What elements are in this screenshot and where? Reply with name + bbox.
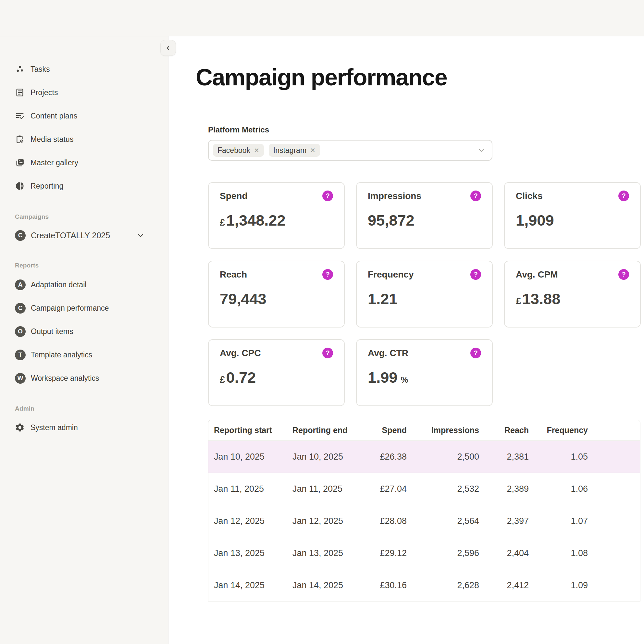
- table-column-header[interactable]: Reach: [479, 426, 529, 435]
- table-cell: £28.08: [362, 516, 407, 526]
- table-cell: £29.12: [362, 548, 407, 558]
- table-row[interactable]: Jan 10, 2025 Jan 10, 2025 £26.38 2,500 2…: [208, 441, 640, 473]
- metric-value-number: 79,443: [220, 290, 266, 308]
- table-row[interactable]: Jan 12, 2025 Jan 12, 2025 £28.08 2,564 2…: [208, 505, 640, 537]
- help-icon[interactable]: ?: [322, 269, 333, 280]
- table-cell: £27.04: [362, 484, 407, 494]
- metric-card-label: Reach: [220, 269, 247, 280]
- table-cell: Jan 10, 2025: [208, 452, 287, 462]
- sidebar-item-label: Media status: [31, 135, 74, 144]
- metric-card: Avg. CPM ? £ 13.88: [504, 261, 641, 328]
- metric-card-label: Avg. CTR: [368, 348, 408, 358]
- sidebar-item-label: Content plans: [31, 112, 78, 120]
- reporting-icon: [15, 181, 25, 191]
- table-cell: Jan 14, 2025: [287, 580, 362, 590]
- metric-cards-grid: Spend ? £ 1,348.22 Impressions ? 95,872: [208, 182, 641, 406]
- help-icon[interactable]: ?: [322, 191, 333, 201]
- help-icon[interactable]: ?: [618, 269, 629, 280]
- tasks-icon: [15, 64, 25, 74]
- table-row[interactable]: Jan 13, 2025 Jan 13, 2025 £29.12 2,596 2…: [208, 537, 640, 569]
- metric-card-value: £ 0.72: [220, 368, 333, 386]
- platform-tag[interactable]: Instagram ✕: [269, 144, 320, 157]
- sidebar-report-item[interactable]: W Workspace analytics: [15, 371, 168, 385]
- table-cell: 2,500: [407, 452, 479, 462]
- table-cell: Jan 14, 2025: [208, 580, 287, 590]
- sidebar-report-item[interactable]: C Campaign performance: [15, 301, 168, 315]
- sidebar-report-item[interactable]: A Adaptation detail: [15, 278, 168, 292]
- sidebar-collapse-button[interactable]: [160, 40, 176, 56]
- sidebar-item-master-gallery[interactable]: Master gallery: [15, 155, 168, 170]
- sidebar-item-projects[interactable]: Projects: [15, 85, 168, 100]
- media-status-icon: [15, 134, 25, 144]
- daily-metrics-table: Reporting start Reporting end Spend Impr…: [208, 420, 640, 601]
- sidebar-item-system-admin[interactable]: System admin: [15, 420, 168, 435]
- table-column-header[interactable]: Frequency: [529, 426, 588, 435]
- table-cell: 1.08: [529, 548, 588, 558]
- percent-symbol: %: [401, 375, 408, 385]
- help-icon[interactable]: ?: [470, 191, 481, 201]
- metric-card-label: Clicks: [516, 191, 543, 201]
- table-cell: 2,628: [407, 580, 479, 590]
- table-cell: £30.16: [362, 580, 407, 590]
- report-item-label: Template analytics: [31, 351, 92, 359]
- platform-metrics-label: Platform Metrics: [208, 125, 269, 134]
- metric-card-value: 1.21: [368, 290, 481, 308]
- platform-tag-label: Instagram: [273, 146, 306, 155]
- currency-symbol: £: [220, 374, 225, 385]
- sidebar-report-item[interactable]: T Template analytics: [15, 348, 168, 362]
- campaign-selector[interactable]: C CreateTOTALLY 2025: [15, 228, 145, 242]
- help-icon[interactable]: ?: [322, 348, 333, 358]
- help-icon[interactable]: ?: [618, 191, 629, 201]
- table-cell: 2,412: [479, 580, 529, 590]
- table-cell: 2,564: [407, 516, 479, 526]
- sidebar-item-tasks[interactable]: Tasks: [15, 62, 168, 76]
- sidebar-item-media-status[interactable]: Media status: [15, 132, 168, 146]
- table-cell: Jan 13, 2025: [287, 548, 362, 558]
- remove-tag-icon[interactable]: ✕: [310, 147, 316, 154]
- table-cell: 2,532: [407, 484, 479, 494]
- help-icon[interactable]: ?: [470, 348, 481, 358]
- sidebar-item-content-plans[interactable]: Content plans: [15, 109, 168, 123]
- chevron-left-icon: [165, 45, 171, 51]
- table-cell: 1.07: [529, 516, 588, 526]
- metric-card: Frequency ? 1.21: [356, 261, 493, 328]
- table-row[interactable]: Jan 11, 2025 Jan 11, 2025 £27.04 2,532 2…: [208, 473, 640, 505]
- report-item-label: Adaptation detail: [31, 280, 86, 289]
- report-letter-avatar: O: [15, 326, 26, 337]
- table-cell: 2,381: [479, 452, 529, 462]
- table-column-header[interactable]: Reporting end: [287, 426, 362, 435]
- campaign-name: CreateTOTALLY 2025: [31, 231, 136, 240]
- platform-metrics-select[interactable]: Facebook ✕ Instagram ✕: [208, 140, 492, 161]
- sidebar-item-reporting[interactable]: Reporting: [15, 179, 168, 193]
- metric-card-label: Avg. CPM: [516, 269, 558, 280]
- table-column-header[interactable]: Impressions: [407, 426, 479, 435]
- platform-tag[interactable]: Facebook ✕: [213, 144, 264, 157]
- table-cell: 2,596: [407, 548, 479, 558]
- metric-value-number: 1.99: [368, 368, 397, 386]
- report-letter-avatar: W: [15, 373, 26, 384]
- sidebar: Tasks Projects Content plans: [0, 36, 168, 644]
- sidebar-report-item[interactable]: O Output items: [15, 324, 168, 339]
- table-column-header[interactable]: Reporting start: [208, 426, 287, 435]
- metric-card: Avg. CTR ? 1.99 %: [356, 339, 493, 406]
- table-cell: 1.09: [529, 580, 588, 590]
- report-letter-avatar: A: [15, 279, 26, 290]
- metric-card-label: Spend: [220, 191, 248, 201]
- table-cell: 2,397: [479, 516, 529, 526]
- projects-icon: [15, 88, 25, 97]
- metric-card-label: Frequency: [368, 269, 414, 280]
- table-cell: £26.38: [362, 452, 407, 462]
- gear-icon: [15, 423, 25, 432]
- table-cell: 1.05: [529, 452, 588, 462]
- help-icon[interactable]: ?: [470, 269, 481, 280]
- table-row[interactable]: Jan 14, 2025 Jan 14, 2025 £30.16 2,628 2…: [208, 569, 640, 601]
- metric-card-value: 95,872: [368, 211, 481, 229]
- chevron-down-icon: [477, 146, 485, 154]
- remove-tag-icon[interactable]: ✕: [254, 147, 259, 154]
- table-cell: Jan 12, 2025: [208, 516, 287, 526]
- metric-value-number: 0.72: [226, 368, 256, 386]
- table-cell: Jan 11, 2025: [287, 484, 362, 494]
- master-gallery-icon: [15, 158, 25, 167]
- table-column-header[interactable]: Spend: [362, 426, 407, 435]
- metric-card-value: 1,909: [516, 211, 629, 229]
